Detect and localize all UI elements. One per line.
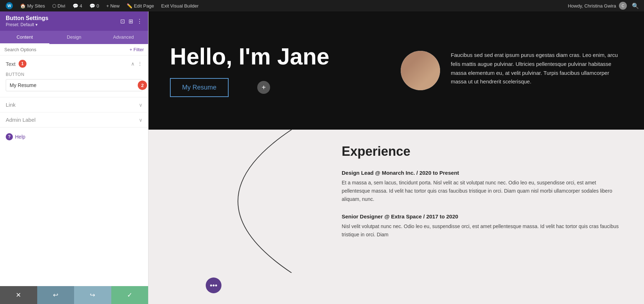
- add-button[interactable]: +: [257, 81, 270, 94]
- panel-title: Button Settings: [6, 15, 48, 21]
- divi-icon: ⬡: [52, 3, 56, 9]
- main-layout: Button Settings Preset: Default ▾ ⊡ ⊞ ⋮ …: [0, 11, 644, 304]
- divi-button[interactable]: ⬡ Divi: [49, 0, 68, 11]
- user-avatar[interactable]: C: [619, 2, 627, 10]
- home-icon: 🏠: [20, 3, 26, 9]
- left-panel: Button Settings Preset: Default ▾ ⊡ ⊞ ⋮ …: [0, 11, 148, 304]
- filter-button[interactable]: + Filter: [130, 47, 144, 52]
- admin-bar-right: Howdy, Christina Gwira C 🔍: [568, 2, 641, 10]
- help-label: Help: [15, 134, 25, 140]
- text-section-title-row: Text 1: [6, 60, 26, 68]
- exp-role-2: Senior Designer @ Extra Space / 2017 to …: [342, 213, 623, 219]
- panel-preset[interactable]: Preset: Default ▾: [6, 22, 48, 27]
- text-section-header[interactable]: Text 1 ∧ ⋮: [0, 56, 148, 72]
- help-section[interactable]: ? Help: [0, 127, 148, 146]
- experience-content: Experience Design Lead @ Monarch Inc. / …: [170, 144, 623, 239]
- button-text-input[interactable]: [6, 79, 142, 91]
- collapse-icon[interactable]: ∧: [131, 61, 135, 67]
- experience-item-2: Senior Designer @ Extra Space / 2017 to …: [342, 213, 623, 239]
- cancel-button[interactable]: ✕: [0, 286, 37, 304]
- search-bar: + Filter: [0, 44, 148, 56]
- hero-right: Faucibus sed sed erat ipsum purus egesta…: [401, 51, 623, 90]
- save-button[interactable]: ✓: [111, 286, 148, 304]
- new-button[interactable]: + New: [103, 0, 122, 11]
- experience-title: Experience: [342, 144, 623, 159]
- exp-desc-1: Et a massa a, sem lacus, tincidunt porta…: [342, 179, 623, 203]
- search-icon[interactable]: 🔍: [630, 3, 641, 9]
- admin-label-section[interactable]: Admin Label ∨: [0, 112, 148, 127]
- admin-label-section-title: Admin Label: [6, 117, 35, 123]
- help-icon: ?: [6, 133, 13, 140]
- experience-item-1: Design Lead @ Monarch Inc. / 2020 to Pre…: [342, 170, 623, 203]
- section-options-icon[interactable]: ⋮: [137, 61, 142, 67]
- columns-icon[interactable]: ⊞: [128, 18, 133, 25]
- comments-button[interactable]: 💬 4: [70, 0, 85, 11]
- text-section-icons: ∧ ⋮: [131, 61, 142, 67]
- text-section-title: Text: [6, 61, 16, 67]
- wp-logo-button[interactable]: W: [3, 0, 16, 11]
- admin-bar-left: W 🏠 My Sites ⬡ Divi 💬 4 💬 0 + New ✏️ Edi…: [3, 0, 568, 11]
- edit-page-button[interactable]: ✏️ Edit Page: [124, 0, 157, 11]
- experience-section: Experience Design Lead @ Monarch Inc. / …: [148, 130, 644, 304]
- profile-avatar: [401, 51, 440, 90]
- panel-header-icons: ⊡ ⊞ ⋮: [120, 18, 142, 25]
- hero-left: Hello, I'm Jane My Resume +: [170, 44, 330, 97]
- hero-section: Hello, I'm Jane My Resume + Faucibus sed…: [148, 11, 644, 130]
- more-options-icon[interactable]: ⋮: [137, 18, 142, 25]
- right-content: Hello, I'm Jane My Resume + Faucibus sed…: [148, 11, 644, 304]
- panel-header: Button Settings Preset: Default ▾ ⊡ ⊞ ⋮: [0, 11, 148, 31]
- button-field-label: Button: [6, 72, 142, 77]
- pencil-icon: ✏️: [127, 3, 132, 9]
- undo-button[interactable]: ↩: [37, 286, 74, 304]
- comment-icon: 💬: [73, 3, 78, 9]
- text-subsection: Button 2: [0, 72, 148, 97]
- tab-advanced[interactable]: Advanced: [99, 31, 148, 44]
- floating-dots-button[interactable]: •••: [206, 278, 221, 293]
- exp-role-1: Design Lead @ Monarch Inc. / 2020 to Pre…: [342, 170, 623, 176]
- panel-tabs: Content Design Advanced: [0, 31, 148, 44]
- exit-builder-button[interactable]: Exit Visual Builder: [158, 0, 202, 11]
- tab-content[interactable]: Content: [0, 31, 49, 44]
- my-resume-button[interactable]: My Resume: [170, 78, 229, 97]
- my-sites-button[interactable]: 🏠 My Sites: [17, 0, 48, 11]
- link-chevron-icon: ∨: [139, 102, 142, 108]
- howdy-text: Howdy, Christina Gwira: [568, 3, 616, 9]
- admin-bar: W 🏠 My Sites ⬡ Divi 💬 4 💬 0 + New ✏️ Edi…: [0, 0, 644, 11]
- exp-desc-2: Nisl velit volutpat nunc nec. Odio leo e…: [342, 222, 623, 239]
- step-2-badge: 2: [138, 81, 147, 90]
- window-icon[interactable]: ⊡: [120, 18, 125, 25]
- hero-title: Hello, I'm Jane: [170, 44, 330, 69]
- wp-logo-icon: W: [6, 2, 13, 9]
- tab-design[interactable]: Design: [49, 31, 99, 44]
- panel-title-block: Button Settings Preset: Default ▾: [6, 15, 48, 27]
- link-section-title: Link: [6, 102, 16, 108]
- search-input[interactable]: [4, 47, 127, 52]
- redo-button[interactable]: ↪: [74, 286, 111, 304]
- link-section[interactable]: Link ∨: [0, 97, 148, 112]
- text-section-badge: 1: [19, 60, 26, 68]
- comments-zero-button[interactable]: 💬 0: [87, 0, 102, 11]
- text-section: Text 1 ∧ ⋮ Button 2: [0, 56, 148, 97]
- hero-description: Faucibus sed sed erat ipsum purus egesta…: [451, 51, 623, 86]
- comment2-icon: 💬: [89, 3, 95, 9]
- admin-label-chevron-icon: ∨: [139, 117, 142, 123]
- panel-footer: ✕ ↩ ↪ ✓: [0, 286, 148, 304]
